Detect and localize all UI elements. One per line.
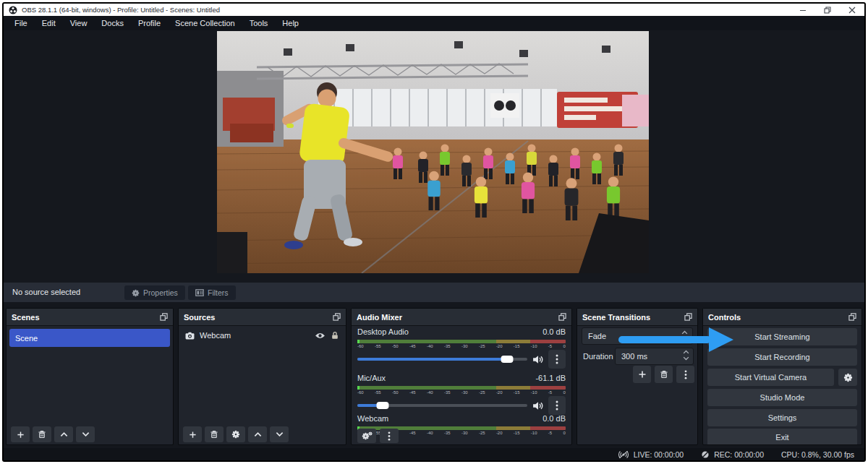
rec-status: REC: 00:00:00: [701, 450, 764, 459]
meter-tick: -60: [357, 344, 364, 349]
remove-transition-button[interactable]: [655, 366, 673, 383]
obs-application: OBS 28.1.1 (64-bit, windows) - Profile: …: [0, 0, 868, 464]
lock-icon[interactable]: [331, 331, 339, 340]
controls-title: Controls: [708, 313, 741, 322]
scenes-toolbar: [11, 426, 95, 442]
menu-profile[interactable]: Profile: [131, 16, 168, 30]
source-properties-button[interactable]: [226, 426, 245, 442]
dots-icon: [556, 354, 558, 364]
remove-scene-button[interactable]: [33, 426, 51, 442]
slider-handle[interactable]: [377, 402, 389, 409]
meter-tick: -40: [427, 390, 433, 395]
obs-window: OBS 28.1.1 (64-bit, windows) - Profile: …: [2, 2, 866, 462]
start-virtual-camera-button[interactable]: Start Virtual Camera: [707, 369, 834, 386]
scene-down-button[interactable]: [76, 426, 95, 442]
scenes-panel-header: Scenes: [7, 309, 173, 326]
preview-image[interactable]: [217, 31, 649, 273]
mixer-level-db: 0.0 dB: [542, 327, 566, 338]
audio-mixer-header: Audio Mixer: [352, 309, 571, 326]
add-scene-button[interactable]: [11, 426, 30, 442]
studio-mode-button[interactable]: Studio Mode: [707, 389, 857, 406]
meter-tick: -10: [531, 344, 537, 349]
status-bar: LIVE: 00:00:00 REC: 00:00:00 CPU: 0.8%, …: [4, 448, 864, 460]
popout-icon[interactable]: [848, 313, 856, 321]
dots-icon: [388, 431, 391, 441]
scenes-panel: Scenes Scene: [6, 308, 174, 445]
visibility-eye-icon[interactable]: [315, 332, 326, 340]
mixer-panel-menu-button[interactable]: [380, 429, 399, 443]
menu-help[interactable]: Help: [275, 16, 306, 30]
maximize-button[interactable]: [815, 4, 840, 16]
volume-slider[interactable]: [357, 404, 527, 407]
settings-button[interactable]: Settings: [707, 409, 857, 426]
mixer-mic-aux: Mic/Aux -61.1 dB -60-55-50-45-40-35-30-2…: [357, 374, 566, 414]
sources-panel-title: Sources: [184, 313, 215, 322]
meter-tick: -5: [548, 431, 552, 436]
live-status: LIVE: 00:00:00: [618, 450, 684, 459]
exit-button[interactable]: Exit: [707, 429, 857, 444]
meter-tick: -35: [444, 431, 451, 436]
gear-icon: [843, 373, 853, 382]
advanced-audio-button[interactable]: [357, 429, 376, 443]
remove-source-button[interactable]: [205, 426, 224, 442]
volume-slider[interactable]: [357, 358, 527, 361]
live-time: LIVE: 00:00:00: [634, 450, 684, 459]
slider-handle[interactable]: [501, 356, 513, 363]
speaker-icon[interactable]: [532, 355, 543, 364]
transition-properties-button[interactable]: [676, 366, 694, 383]
popout-icon[interactable]: [684, 313, 692, 321]
scene-up-button[interactable]: [54, 426, 73, 442]
mixer-menu-button[interactable]: [548, 350, 566, 369]
menu-tools[interactable]: Tools: [242, 16, 276, 30]
cpu-fps-text: CPU: 0.8%, 30.00 fps: [781, 450, 854, 459]
add-transition-button[interactable]: [633, 366, 651, 383]
menu-file[interactable]: File: [7, 16, 35, 30]
small-gear-icon: [368, 431, 373, 436]
properties-button[interactable]: Properties: [124, 285, 185, 300]
virtual-camera-settings-button[interactable]: [838, 369, 857, 386]
spin-down-icon[interactable]: [683, 356, 689, 361]
popout-icon[interactable]: [558, 313, 566, 321]
meter-tick: -25: [479, 344, 485, 349]
close-button[interactable]: [840, 4, 864, 16]
meter-tick: -50: [392, 344, 399, 349]
scene-transitions-title: Scene Transitions: [582, 313, 650, 322]
title-bar: OBS 28.1.1 (64-bit, windows) - Profile: …: [4, 4, 864, 16]
source-up-button[interactable]: [248, 426, 267, 442]
scene-transitions-header: Scene Transitions: [577, 309, 697, 326]
menu-edit[interactable]: Edit: [35, 16, 63, 30]
volume-meter: [357, 340, 566, 343]
properties-label: Properties: [143, 288, 178, 297]
meter-tick: -30: [461, 431, 468, 436]
mixer-name: Webcam: [357, 414, 388, 424]
meter-tick: 0: [563, 431, 565, 436]
popout-icon[interactable]: [160, 313, 168, 321]
rec-time: REC: 00:00:00: [714, 450, 764, 459]
menu-bar: File Edit View Docks Profile Scene Colle…: [4, 16, 864, 30]
add-source-button[interactable]: [183, 426, 202, 442]
mixer-name: Mic/Aux: [357, 374, 386, 384]
camera-icon: [185, 332, 195, 340]
source-down-button[interactable]: [270, 426, 289, 442]
audio-mixer-body: Desktop Audio 0.0 dB -60-55-50-45-40-35-…: [352, 326, 571, 444]
source-list-item[interactable]: Webcam: [185, 331, 339, 340]
window-title: OBS 28.1.1 (64-bit, windows) - Profile: …: [22, 6, 220, 14]
filters-button[interactable]: Filters: [188, 285, 236, 300]
menu-scene-collection[interactable]: Scene Collection: [168, 16, 242, 30]
scene-list-item-selected[interactable]: Scene: [9, 329, 170, 347]
menu-docks[interactable]: Docks: [94, 16, 131, 30]
meter-tick: -15: [514, 431, 520, 436]
meter-tick: -55: [375, 390, 381, 395]
minimize-button[interactable]: [791, 4, 815, 16]
mixer-menu-button[interactable]: [548, 396, 566, 415]
meter-tick: -25: [479, 431, 485, 436]
speaker-icon[interactable]: [532, 401, 543, 411]
audio-mixer-toolbar: [357, 429, 399, 443]
meter-tick: -35: [444, 344, 451, 349]
popout-icon[interactable]: [333, 313, 341, 321]
menu-view[interactable]: View: [63, 16, 95, 30]
preview-area[interactable]: [4, 30, 864, 283]
source-name: Webcam: [200, 331, 231, 340]
meter-tick: -45: [409, 390, 416, 395]
mixer-desktop-audio: Desktop Audio 0.0 dB -60-55-50-45-40-35-…: [357, 327, 566, 368]
